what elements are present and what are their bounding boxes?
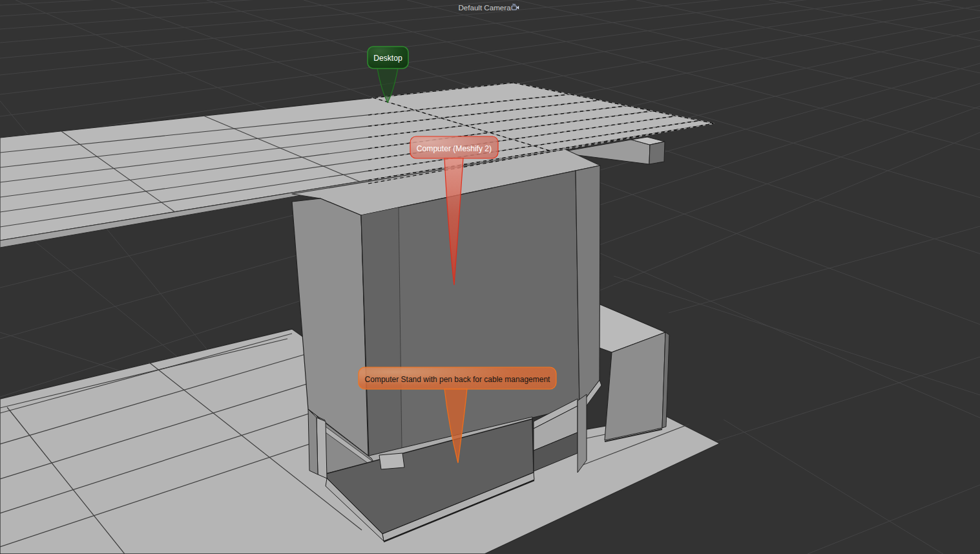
svg-text:Default Camera: Default Camera xyxy=(458,3,511,12)
svg-text:Computer Stand with pen back f: Computer Stand with pen back for cable m… xyxy=(365,375,550,384)
svg-text:Computer (Meshify 2): Computer (Meshify 2) xyxy=(417,144,492,153)
svg-text:Desktop: Desktop xyxy=(373,54,402,63)
